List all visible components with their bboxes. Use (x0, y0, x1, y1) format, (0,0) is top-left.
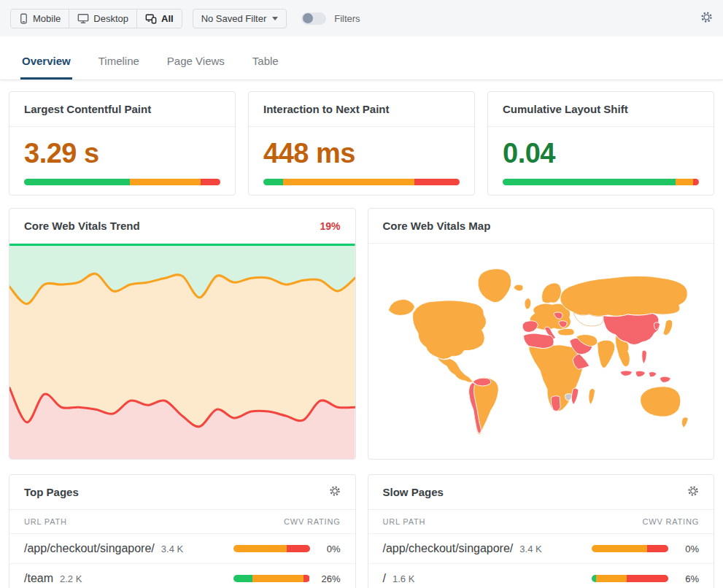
slow-pages-rows: /app/checkout/singapore/3.4 K0%/1.6 K6% (368, 534, 714, 588)
poor-segment (647, 545, 668, 552)
needs-improvement-segment (252, 575, 303, 582)
cwv-map-title: Core Web Vitals Map (383, 220, 491, 232)
dashboard-content: Largest Contentful Paint 3.29 s Interact… (0, 91, 723, 588)
poor-segment (303, 575, 309, 582)
map-region-iberia[interactable] (522, 321, 538, 333)
page-view-count: 3.4 K (519, 543, 541, 554)
map-region-namibia[interactable] (552, 396, 561, 411)
map-region-canada-us[interactable] (413, 301, 487, 360)
inp-rating-bar (263, 179, 460, 185)
map-region-uk[interactable] (525, 298, 531, 309)
trend-percentage-badge: 19% (320, 220, 340, 232)
toolbar: Mobile Desktop All No Saved Filter Filte… (0, 0, 723, 36)
map-region-turkey[interactable] (558, 328, 575, 336)
saved-filter-dropdown[interactable]: No Saved Filter (193, 9, 287, 28)
needs-improvement-segment (596, 575, 627, 582)
mobile-filter-button[interactable]: Mobile (11, 9, 69, 28)
tab-overview[interactable]: Overview (20, 55, 72, 80)
inp-card-title: Interaction to Next Paint (263, 103, 390, 115)
map-region-northwest-africa[interactable] (524, 333, 554, 349)
gear-icon (329, 485, 341, 499)
url-path[interactable]: /team (24, 572, 53, 585)
metric-cards-row: Largest Contentful Paint 3.29 s Interact… (9, 91, 714, 196)
lcp-value: 3.29 s (24, 139, 220, 169)
good-segment (503, 179, 676, 185)
map-region-papua-new-guinea[interactable] (660, 376, 671, 382)
url-path[interactable]: /app/checkout/singapore/ (24, 542, 155, 555)
devices-icon (145, 13, 157, 24)
lcp-rating-bar (24, 179, 220, 185)
needs-improvement-segment (592, 545, 647, 552)
map-region-zimbabwe[interactable] (565, 394, 572, 401)
map-region-india[interactable] (598, 340, 615, 368)
good-segment (24, 179, 130, 185)
device-filter-group: Mobile Desktop All (10, 9, 182, 28)
map-region-iceland[interactable] (514, 285, 523, 291)
poor-segment (201, 179, 220, 185)
map-region-indonesia-west[interactable] (621, 371, 633, 376)
inp-value: 448 ms (263, 139, 460, 169)
cls-value: 0.04 (503, 139, 699, 169)
tab-table[interactable]: Table (251, 55, 280, 80)
all-devices-filter-button[interactable]: All (137, 9, 182, 28)
slow-pages-title: Slow Pages (383, 486, 444, 498)
saved-filter-label: No Saved Filter (201, 13, 267, 24)
top-pages-card: Top Pages URL PATH CWV RATING /app/check… (9, 474, 356, 588)
url-path-column-header: URL PATH (383, 517, 426, 526)
top-pages-settings-button[interactable] (329, 485, 341, 499)
settings-button[interactable] (700, 11, 713, 26)
map-region-russia[interactable] (560, 276, 688, 316)
table-row[interactable]: /app/checkout/singapore/3.4 K0% (9, 534, 355, 564)
needs-improvement-segment (233, 545, 287, 552)
map-region-borneo[interactable] (635, 371, 646, 377)
map-region-philippines[interactable] (642, 350, 647, 364)
map-region-scandinavia[interactable] (542, 283, 562, 303)
cwv-world-map[interactable] (368, 244, 714, 459)
good-segment (263, 179, 283, 185)
gear-icon (700, 11, 713, 26)
cwv-map-card: Core Web Vitals Map (368, 208, 715, 460)
slow-pages-card: Slow Pages URL PATH CWV RATING /app/chec… (368, 474, 715, 588)
map-region-madagascar[interactable] (589, 388, 595, 404)
tables-row: Top Pages URL PATH CWV RATING /app/check… (9, 474, 714, 588)
table-row[interactable]: /app/checkout/singapore/3.4 K0% (368, 534, 714, 564)
good-percentage: 6% (676, 573, 699, 584)
slow-pages-column-headers: URL PATH CWV RATING (368, 510, 714, 534)
all-devices-filter-label: All (161, 13, 174, 24)
poor-segment (287, 545, 310, 552)
cwv-trend-chart[interactable] (9, 244, 355, 459)
map-region-mexico-central-america[interactable] (437, 357, 473, 383)
good-percentage: 0% (317, 543, 341, 554)
slow-pages-settings-button[interactable] (687, 485, 699, 499)
url-path[interactable]: /app/checkout/singapore/ (383, 542, 514, 555)
table-row[interactable]: /1.6 K6% (368, 564, 714, 588)
map-region-mozambique[interactable] (572, 388, 579, 405)
filters-toggle[interactable] (301, 12, 326, 25)
inp-card: Interaction to Next Paint 448 ms (248, 91, 475, 196)
desktop-filter-button[interactable]: Desktop (69, 9, 137, 28)
desktop-icon (77, 13, 89, 24)
url-path-column-header: URL PATH (24, 517, 67, 526)
good-segment (233, 575, 252, 582)
poor-segment (627, 575, 668, 582)
map-region-new-zealand[interactable] (682, 417, 689, 428)
url-path[interactable]: / (383, 572, 386, 585)
chevron-down-icon (272, 17, 278, 20)
poor-segment (693, 179, 699, 185)
cwv-rating-column-header: CWV RATING (284, 517, 340, 526)
map-region-australia[interactable] (641, 387, 681, 417)
map-region-alaska[interactable] (389, 299, 415, 315)
filters-toggle-label: Filters (334, 13, 360, 24)
map-region-sulawesi[interactable] (649, 372, 657, 377)
table-row[interactable]: /team2.2 K26% (9, 564, 355, 588)
map-region-china-mongolia[interactable] (603, 314, 660, 345)
cls-rating-bar (503, 179, 699, 185)
map-region-japan[interactable] (663, 320, 673, 335)
tab-timeline[interactable]: Timeline (97, 55, 141, 80)
cwv-trend-title: Core Web Vitals Trend (24, 220, 140, 232)
tab-page-views[interactable]: Page Views (166, 55, 226, 80)
charts-row: Core Web Vitals Trend 19% Core Web Vital… (9, 208, 714, 460)
top-pages-title: Top Pages (24, 486, 79, 498)
page-view-count: 3.4 K (161, 543, 183, 554)
map-region-greenland[interactable] (478, 268, 511, 302)
